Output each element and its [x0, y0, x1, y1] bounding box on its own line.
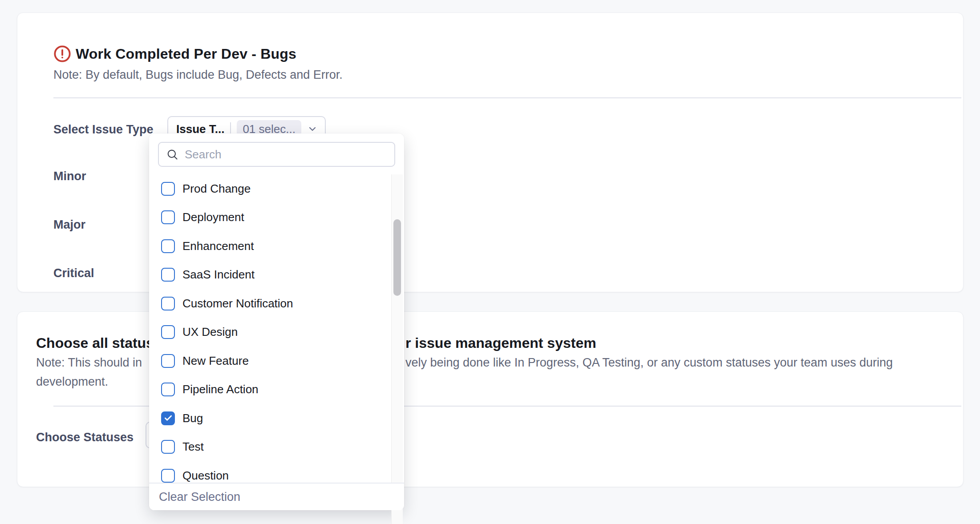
- checkbox[interactable]: [161, 469, 175, 483]
- alert-circle-icon: [53, 45, 71, 63]
- clear-selection-button[interactable]: Clear Selection: [159, 490, 240, 504]
- checkbox[interactable]: [161, 268, 175, 282]
- statuses-note-left-fragment: Note: This should in: [36, 356, 142, 370]
- dropdown-search[interactable]: [158, 142, 395, 167]
- option-saas-incident[interactable]: SaaS Incident: [149, 261, 404, 290]
- statuses-heading-right-fragment: r issue management system: [405, 335, 596, 351]
- card-title-row: Work Completed Per Dev - Bugs: [53, 45, 296, 63]
- option-test[interactable]: Test: [149, 433, 404, 462]
- scrollbar-thumb[interactable]: [393, 219, 401, 296]
- checkbox[interactable]: [161, 411, 175, 425]
- option-customer-notification[interactable]: Customer Notification: [149, 289, 404, 318]
- checkbox[interactable]: [161, 354, 175, 368]
- issue-type-option-list: Prod Change Deployment Enhancement SaaS …: [149, 174, 404, 490]
- select-issue-type-label: Select Issue Type: [53, 123, 154, 137]
- option-label: Enhancement: [182, 239, 254, 253]
- statuses-heading-left-fragment: Choose all status: [36, 335, 154, 351]
- statuses-note-right-fragment: vely being done like In Progress, QA Tes…: [405, 356, 893, 370]
- checkbox[interactable]: [161, 297, 175, 310]
- option-ux-design[interactable]: UX Design: [149, 318, 404, 347]
- option-label: Bug: [182, 411, 203, 425]
- checkbox[interactable]: [161, 239, 175, 253]
- chevron-down-icon: [307, 124, 318, 134]
- option-bug[interactable]: Bug: [149, 404, 404, 433]
- option-label: Test: [182, 440, 204, 454]
- check-icon: [164, 414, 173, 423]
- option-new-feature[interactable]: New Feature: [149, 347, 404, 375]
- dropdown-footer: Clear Selection: [149, 484, 404, 510]
- search-input[interactable]: [185, 148, 387, 161]
- option-label: Deployment: [182, 210, 244, 224]
- option-label: New Feature: [182, 354, 249, 368]
- page: Work Completed Per Dev - Bugs Note: By d…: [0, 0, 980, 524]
- search-icon: [166, 148, 178, 161]
- checkbox[interactable]: [161, 383, 175, 396]
- severity-label-major: Major: [53, 218, 85, 232]
- option-label: SaaS Incident: [182, 268, 255, 282]
- divider: [53, 97, 961, 98]
- page-title: Work Completed Per Dev - Bugs: [76, 46, 296, 62]
- option-enhancement[interactable]: Enhancement: [149, 232, 404, 261]
- severity-label-minor: Minor: [53, 169, 86, 183]
- card-note: Note: By default, Bugs include Bug, Defe…: [53, 68, 343, 82]
- checkbox[interactable]: [161, 325, 175, 339]
- scrollbar-track[interactable]: [391, 174, 403, 524]
- checkbox[interactable]: [161, 440, 175, 454]
- option-deployment[interactable]: Deployment: [149, 203, 404, 232]
- option-label: Pipeline Action: [182, 383, 259, 396]
- checkbox[interactable]: [161, 210, 175, 224]
- severity-label-critical: Critical: [53, 266, 94, 280]
- choose-statuses-label: Choose Statuses: [36, 431, 134, 444]
- option-pipeline-action[interactable]: Pipeline Action: [149, 375, 404, 404]
- statuses-note-line2: development.: [36, 375, 108, 389]
- checkbox[interactable]: [161, 182, 175, 196]
- option-label: Question: [182, 469, 229, 483]
- issue-type-dropdown-panel: Prod Change Deployment Enhancement SaaS …: [149, 133, 404, 510]
- option-label: Customer Notification: [182, 297, 293, 310]
- option-label: Prod Change: [182, 182, 251, 196]
- option-label: UX Design: [182, 325, 238, 339]
- option-prod-change[interactable]: Prod Change: [149, 174, 404, 203]
